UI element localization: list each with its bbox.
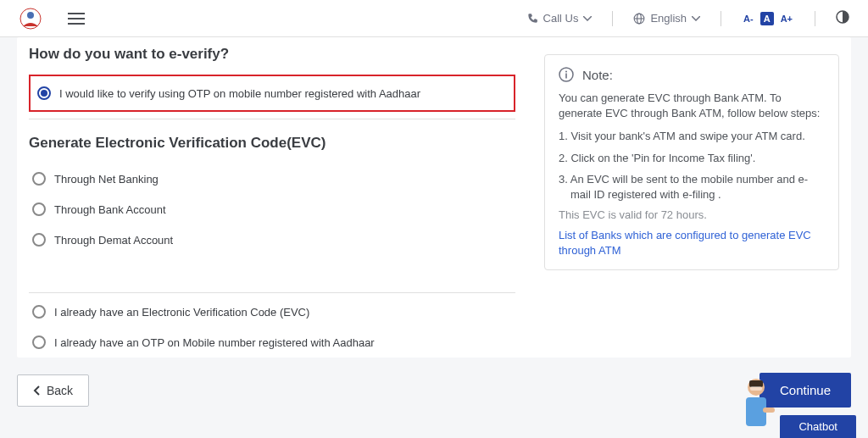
separator — [612, 11, 613, 26]
radio-icon — [32, 202, 46, 216]
main-card: How do you want to e-verify? I would lik… — [17, 37, 851, 358]
page-question: How do you want to e-verify? — [29, 46, 515, 63]
chevron-left-icon — [33, 385, 40, 396]
top-bar: Call Us English A- A A+ — [0, 0, 868, 37]
highlighted-option: I would like to verify using OTP on mobi… — [29, 75, 515, 112]
font-size-controls: A- A A+ — [742, 12, 794, 25]
option-label: I would like to verify using OTP on mobi… — [59, 87, 420, 100]
separator — [29, 119, 515, 119]
language-dropdown[interactable]: English — [633, 12, 700, 25]
chatbot-button[interactable]: Chatbot — [780, 415, 856, 438]
info-icon — [559, 67, 574, 82]
back-button[interactable]: Back — [17, 374, 89, 407]
radio-icon — [37, 86, 51, 100]
svg-rect-15 — [750, 386, 762, 391]
separator — [29, 292, 515, 293]
footer-actions: Back Continue — [17, 373, 851, 408]
note-validity: This EVC is valid for 72 hours. — [559, 208, 825, 221]
option-label: Through Net Banking — [54, 173, 159, 186]
section-heading-evc: Generate Electronic Verification Code(EV… — [29, 135, 515, 152]
contrast-toggle-icon[interactable] — [836, 10, 849, 27]
back-label: Back — [47, 384, 73, 397]
option-label: I already have an Electronic Verificatio… — [54, 306, 309, 319]
note-step: 3. An EVC will be sent to the mobile num… — [559, 172, 825, 202]
option-aadhaar-otp[interactable]: I would like to verify using OTP on mobi… — [34, 78, 510, 108]
separator — [721, 11, 721, 26]
hamburger-menu-icon[interactable] — [68, 13, 85, 25]
separator — [815, 11, 815, 26]
font-size-decrease[interactable]: A- — [742, 12, 755, 25]
option-label: Through Bank Account — [54, 203, 166, 216]
option-label: Through Demat Account — [54, 234, 173, 247]
chatbot-area: Chatbot — [737, 372, 856, 438]
option-bank-account[interactable]: Through Bank Account — [29, 194, 515, 225]
svg-rect-12 — [746, 397, 766, 426]
globe-icon — [633, 13, 645, 25]
svg-point-1 — [27, 12, 34, 19]
call-us-label: Call Us — [543, 12, 579, 25]
option-have-otp[interactable]: I already have an OTP on Mobile number r… — [29, 327, 515, 358]
language-label: English — [650, 12, 687, 25]
note-step: 2. Click on the 'Pin for Income Tax fili… — [559, 151, 825, 166]
option-demat-account[interactable]: Through Demat Account — [29, 225, 515, 255]
note-box: Note: You can generate EVC through Bank … — [544, 54, 839, 270]
chevron-down-icon — [692, 16, 700, 21]
svg-rect-16 — [763, 408, 775, 413]
options-column: How do you want to e-verify? I would lik… — [29, 46, 515, 358]
font-size-increase[interactable]: A+ — [779, 12, 794, 25]
note-intro: You can generate EVC through Bank ATM. T… — [559, 91, 825, 120]
svg-rect-14 — [749, 380, 763, 387]
note-title: Note: — [582, 68, 613, 82]
radio-icon — [32, 305, 46, 319]
option-label: I already have an OTP on Mobile number r… — [54, 336, 375, 349]
call-us-dropdown[interactable]: Call Us — [526, 12, 593, 25]
svg-point-10 — [565, 71, 567, 73]
svg-rect-11 — [565, 74, 567, 79]
radio-icon — [32, 233, 46, 247]
note-column: Note: You can generate EVC through Bank … — [544, 46, 839, 358]
radio-icon — [32, 335, 46, 349]
option-have-evc[interactable]: I already have an Electronic Verificatio… — [29, 297, 515, 327]
radio-icon — [32, 172, 46, 186]
site-logo — [19, 7, 42, 30]
font-size-default[interactable]: A — [760, 12, 774, 25]
chatbot-avatar-icon — [737, 372, 775, 438]
chevron-down-icon — [583, 16, 592, 21]
note-step: 1. Visit your bank's ATM and swipe your … — [559, 129, 825, 144]
note-bank-list-link[interactable]: List of Banks which are configured to ge… — [559, 228, 825, 258]
phone-icon — [526, 13, 538, 25]
option-net-banking[interactable]: Through Net Banking — [29, 164, 515, 194]
